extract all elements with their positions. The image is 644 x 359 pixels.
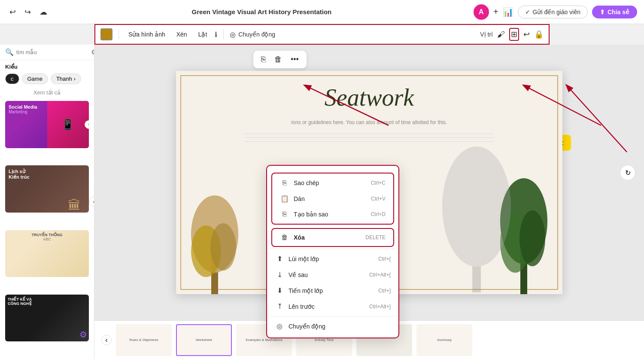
search-input[interactable]	[16, 49, 88, 55]
redo-button[interactable]: ↪	[22, 5, 33, 19]
filter-button[interactable]: ⚙	[91, 48, 94, 56]
header-left: ↩ ↪ ☁	[7, 5, 50, 19]
sidebar-templates: Social Media Marketing 📱 › Lịch sử Kiến …	[0, 97, 94, 359]
avatar-button[interactable]: A	[474, 4, 489, 20]
context-backward[interactable]: ⬆ Lùi một lớp Ctrl+[	[267, 251, 398, 267]
copy-shortcut: Ctrl+C	[371, 180, 386, 186]
delete-icon: 🗑	[280, 234, 289, 241]
more-action-button[interactable]: •••	[288, 53, 301, 66]
color-swatch[interactable]	[100, 28, 112, 40]
send-to-teacher-button[interactable]: ✓ Gửi đến giáo viên	[518, 6, 588, 18]
lock-button[interactable]: 🔒	[534, 30, 544, 39]
share-button[interactable]: ⬆ Chia sẻ	[592, 6, 637, 18]
bring-front-shortcut: Ctrl+Alt+]	[369, 304, 391, 310]
thumb-2-label: Worksheet	[195, 337, 213, 343]
upload-icon: ⬆	[600, 9, 605, 15]
thumb-5-label	[383, 339, 385, 341]
context-paste[interactable]: 📋 Dán Ctrl+V	[272, 191, 393, 207]
send-back-icon: ⤓	[275, 271, 284, 279]
delete-action-button[interactable]: 🗑	[272, 53, 285, 66]
backward-icon: ⬆	[275, 255, 284, 263]
info-button[interactable]: ℹ	[215, 30, 217, 39]
thumb-6-label: Summary	[436, 337, 453, 343]
context-menu: ⎘ Sao chép Ctrl+C 📋 Dán Ctrl+V ⎘ Tạo bản…	[266, 165, 399, 338]
context-send-back[interactable]: ⤓ Về sau Ctrl+Alt+[	[267, 267, 398, 283]
context-delete[interactable]: 🗑 Xóa DELETE	[272, 230, 393, 245]
delete-shortcut: DELETE	[365, 234, 386, 240]
tag-thanh[interactable]: Thanh ›	[51, 73, 81, 84]
duplicate-label: Tạo bản sao	[294, 211, 367, 218]
tag-c[interactable]: c	[5, 73, 19, 84]
paste-shortcut: Ctrl+V	[371, 196, 386, 202]
canvas-area: Chuyển động Vị trí Độ trong suốt ⎘ 🗑 •••	[94, 45, 644, 359]
sidebar: 🔍 ⚙ Kiểu c Game Thanh › Xem tất cả Socia…	[0, 45, 94, 359]
tree-left	[185, 165, 245, 294]
template-4[interactable]: THIẾT KẾ VÀ CÔNG NGHỆ ⚙	[5, 295, 89, 342]
flip-button[interactable]: Lật	[195, 29, 211, 40]
refresh-button[interactable]: ↻	[620, 165, 635, 180]
search-icon: 🔍	[5, 48, 14, 56]
add-button[interactable]: +	[493, 7, 498, 17]
thumb-scroll-left[interactable]: ‹	[101, 335, 112, 345]
position-button[interactable]: Vị trí	[480, 31, 493, 38]
thumbnail-6[interactable]: Summary	[416, 324, 472, 356]
copy-label: Sao chép	[294, 180, 367, 186]
bg-tree	[434, 121, 519, 294]
send-back-label: Về sau	[289, 271, 365, 278]
context-copy[interactable]: ⎘ Sao chép Ctrl+C	[272, 175, 393, 191]
delete-label: Xóa	[294, 234, 361, 241]
animation-icon: ◎	[275, 322, 284, 330]
template-3[interactable]: TRUYỀN THỐNG ABC	[5, 230, 89, 277]
grid-button[interactable]: ⊞	[509, 28, 519, 41]
image-toolbar: Sửa hình ảnh Xén Lật ℹ ◎ Chuyển động Vị …	[94, 24, 550, 45]
context-duplicate[interactable]: ⎘ Tạo bản sao Ctrl+D	[272, 207, 393, 222]
duplicate-shortcut: Ctrl+D	[371, 211, 386, 217]
share-label: Chia sẻ	[608, 9, 629, 15]
share-toolbar-button[interactable]: ↩	[523, 30, 530, 39]
thumb-1-label: Rules & Objectives	[128, 337, 159, 343]
header: ↩ ↪ ☁ Green Vintage Visual Art History P…	[0, 0, 644, 24]
analytics-button[interactable]: 📊	[503, 7, 513, 17]
paste-icon: 📋	[280, 195, 289, 203]
backward-label: Lùi một lớp	[289, 256, 374, 262]
svg-point-12	[442, 146, 511, 267]
duplicate-icon: ⎘	[280, 210, 289, 218]
share-history-button[interactable]: ☁	[37, 5, 50, 19]
header-right: A + 📊 ✓ Gửi đến giáo viên ⬆ Chia sẻ	[474, 4, 637, 20]
context-forward[interactable]: ⬇ Tiến một lớp Ctrl+]	[267, 283, 398, 298]
main-layout: 🔍 ⚙ Kiểu c Game Thanh › Xem tất cả Socia…	[0, 45, 644, 359]
slide-title: Seatwork	[176, 84, 562, 111]
send-label: Gửi đến giáo viên	[533, 9, 580, 15]
thumbnail-1[interactable]: Rules & Objectives	[116, 324, 172, 356]
template-2[interactable]: Lịch sử Kiến trúc 🏛	[5, 165, 89, 213]
motion-button[interactable]: ◎ Chuyển động	[230, 30, 275, 39]
see-all-button[interactable]: Xem tất cả	[0, 88, 94, 97]
undo-button[interactable]: ↩	[7, 5, 18, 19]
forward-icon: ⬇	[275, 286, 284, 295]
action-bar: ⎘ 🗑 •••	[253, 51, 307, 68]
sidebar-section-label: Kiểu	[0, 60, 94, 73]
format-button[interactable]: 🖌	[497, 30, 505, 39]
paste-label: Dán	[294, 195, 367, 202]
template-1[interactable]: Social Media Marketing 📱 ›	[5, 101, 89, 148]
edit-image-button[interactable]: Sửa hình ảnh	[125, 29, 169, 40]
context-menu-group-1: ⎘ Sao chép Ctrl+C 📋 Dán Ctrl+V ⎘ Tạo bản…	[271, 173, 394, 225]
context-menu-delete-group: 🗑 Xóa DELETE	[271, 228, 394, 247]
send-icon: ✓	[525, 9, 530, 15]
forward-shortcut: Ctrl+]	[378, 288, 391, 294]
context-bring-front[interactable]: ⤒ Lên trước Ctrl+Alt+]	[267, 298, 398, 314]
thumbnail-2[interactable]: Worksheet	[176, 324, 232, 356]
backward-shortcut: Ctrl+[	[378, 256, 391, 262]
svg-point-10	[519, 210, 545, 266]
crop-button[interactable]: Xén	[173, 29, 191, 40]
context-animation[interactable]: ◎ Chuyển động	[267, 318, 398, 334]
copy-icon: ⎘	[280, 179, 289, 187]
copy-action-button[interactable]: ⎘	[258, 53, 268, 66]
canvas-wrapper: ⎘ 🗑 •••	[94, 45, 644, 320]
tag-game[interactable]: Game	[22, 73, 48, 84]
sidebar-tags: c Game Thanh ›	[0, 73, 94, 88]
bring-front-icon: ⤒	[275, 302, 284, 310]
motion-icon: ◎	[230, 30, 236, 39]
svg-point-6	[210, 223, 236, 271]
forward-label: Tiến một lớp	[289, 287, 374, 294]
